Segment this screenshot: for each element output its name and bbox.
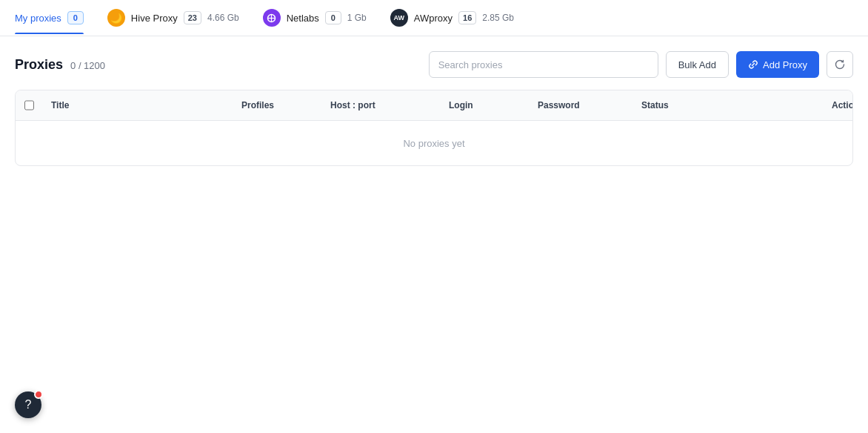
th-host-port: Host : port [321,90,440,120]
bulk-add-button[interactable]: Bulk Add [666,51,729,78]
tab-hive-proxy[interactable]: 🌙 Hive Proxy 23 4.66 Gb [107,9,239,36]
tab-my-proxies[interactable]: My proxies 0 [15,11,84,33]
tab-hive-proxy-size: 4.66 Gb [207,13,239,23]
tab-netlabs-size: 1 Gb [347,13,367,23]
select-all-checkbox[interactable] [24,100,34,110]
awproxy-icon: AW [390,9,408,27]
tab-netlabs[interactable]: Netlabs 0 1 Gb [263,9,367,36]
no-proxies-text: No proxies yet [388,123,479,164]
th-profiles: Profiles [233,90,321,120]
tab-netlabs-label: Netlabs [287,13,319,24]
th-status: Status [632,90,823,120]
hive-icon: 🌙 [107,9,125,27]
tab-my-proxies-badge: 0 [67,11,84,24]
main-content: Proxies 0 / 1200 Bulk Add Add Proxy [0,36,868,166]
tab-netlabs-badge: 0 [325,11,341,24]
help-notification-badge [34,390,43,399]
tab-my-proxies-label: My proxies [15,13,61,24]
tab-awproxy-label: AWproxy [414,13,453,24]
refresh-button[interactable] [827,51,853,78]
proxies-header: Proxies 0 / 1200 Bulk Add Add Proxy [15,51,853,78]
th-actions: Actions ⊕ [823,90,852,120]
tab-awproxy-badge: 16 [458,11,476,24]
tab-awproxy[interactable]: AW AWproxy 16 2.85 Gb [390,9,514,36]
tab-hive-proxy-badge: 23 [184,11,201,24]
search-and-actions: Bulk Add Add Proxy [429,51,853,78]
proxy-table: Title Profiles Host : port Login Passwor… [15,90,853,166]
th-login: Login [440,90,529,120]
proxies-title-group: Proxies 0 / 1200 [15,57,105,73]
help-button[interactable]: ? [15,391,41,418]
link-icon [748,59,758,70]
search-input[interactable] [429,51,658,78]
proxies-title: Proxies [15,57,63,73]
add-proxy-button[interactable]: Add Proxy [736,51,819,78]
th-checkbox [16,90,42,120]
th-title: Title [42,90,233,120]
refresh-icon [834,59,846,70]
th-password: Password [529,90,632,120]
proxies-count: 0 / 1200 [70,60,105,71]
tab-hive-proxy-label: Hive Proxy [131,13,178,24]
netlabs-icon [263,9,281,27]
tab-awproxy-size: 2.85 Gb [482,13,514,23]
table-body: No proxies yet [16,121,852,165]
table-header: Title Profiles Host : port Login Passwor… [16,90,852,121]
tab-bar: My proxies 0 🌙 Hive Proxy 23 4.66 Gb Net… [0,0,868,36]
